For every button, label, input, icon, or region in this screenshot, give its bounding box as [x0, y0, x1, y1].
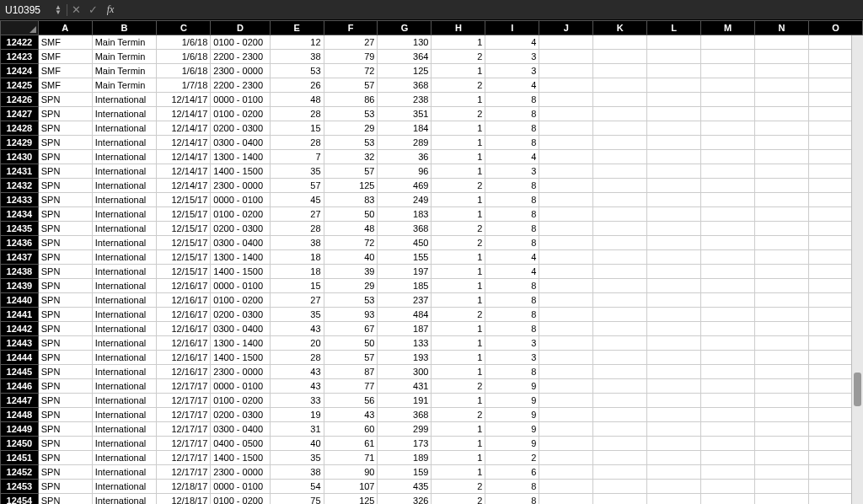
cell[interactable]: Main Termin	[92, 35, 157, 50]
cell[interactable]: 28	[270, 351, 324, 365]
cell[interactable]: International	[92, 179, 157, 193]
cell[interactable]: 43	[270, 379, 324, 394]
cell[interactable]	[754, 365, 808, 379]
cell[interactable]: 12/16/17	[157, 365, 211, 379]
cell[interactable]	[701, 394, 755, 408]
cell[interactable]: International	[92, 121, 157, 136]
cell[interactable]	[539, 365, 593, 379]
cell[interactable]: 45	[270, 193, 324, 207]
cell[interactable]: 57	[324, 164, 378, 179]
cell[interactable]: 12/16/17	[157, 336, 211, 351]
cell[interactable]	[701, 480, 755, 494]
row-header[interactable]: 12439	[1, 279, 39, 293]
cell[interactable]	[701, 322, 755, 336]
cell[interactable]: 9	[485, 437, 539, 451]
column-header-H[interactable]: H	[432, 21, 485, 35]
cell[interactable]	[754, 408, 808, 422]
cell[interactable]: 1/6/18	[157, 64, 211, 78]
row-header[interactable]: 12450	[1, 437, 39, 451]
cell[interactable]	[593, 50, 647, 64]
cell[interactable]	[647, 121, 701, 136]
cell[interactable]: 9	[485, 394, 539, 408]
cell[interactable]	[593, 150, 647, 164]
cell[interactable]	[701, 78, 755, 93]
cell[interactable]: 8	[485, 107, 539, 121]
cell[interactable]	[593, 93, 647, 107]
cell[interactable]: 2	[432, 236, 485, 250]
cell[interactable]: 12/17/17	[157, 394, 211, 408]
cell[interactable]: International	[92, 437, 157, 451]
cell[interactable]: 1	[432, 250, 485, 265]
cell[interactable]: 12/14/17	[157, 107, 211, 121]
cell[interactable]: 2200 - 2300	[211, 78, 270, 93]
cell[interactable]: 237	[378, 293, 432, 308]
column-header-D[interactable]: D	[211, 21, 270, 35]
cell[interactable]	[754, 150, 808, 164]
cell[interactable]	[647, 365, 701, 379]
cell[interactable]	[539, 408, 593, 422]
cell[interactable]: 189	[378, 451, 432, 465]
cell[interactable]	[593, 179, 647, 193]
cell[interactable]: 1	[432, 279, 485, 293]
cell[interactable]	[701, 293, 755, 308]
cell[interactable]: 289	[378, 136, 432, 150]
cell[interactable]: 35	[270, 308, 324, 322]
column-header-I[interactable]: I	[485, 21, 539, 35]
cell[interactable]: 87	[324, 365, 378, 379]
cell[interactable]: 185	[378, 279, 432, 293]
cell[interactable]: SPN	[38, 207, 92, 222]
cell[interactable]	[701, 136, 755, 150]
cell[interactable]: 53	[324, 107, 378, 121]
column-header-G[interactable]: G	[378, 21, 432, 35]
cell[interactable]: 29	[324, 121, 378, 136]
cell[interactable]: 4	[485, 250, 539, 265]
cell[interactable]	[593, 222, 647, 236]
cell[interactable]: 8	[485, 494, 539, 505]
cell[interactable]	[754, 322, 808, 336]
cell[interactable]	[539, 422, 593, 437]
column-header-F[interactable]: F	[324, 21, 378, 35]
column-header-J[interactable]: J	[539, 21, 593, 35]
cell[interactable]	[593, 265, 647, 279]
cell[interactable]	[539, 480, 593, 494]
cell[interactable]	[593, 322, 647, 336]
cell[interactable]: 48	[270, 93, 324, 107]
cell[interactable]: 326	[378, 494, 432, 505]
cell[interactable]: 43	[270, 322, 324, 336]
cell[interactable]	[754, 293, 808, 308]
cancel-formula-button[interactable]: ✕	[67, 3, 84, 16]
cell[interactable]: 12/14/17	[157, 121, 211, 136]
cell[interactable]: 28	[270, 107, 324, 121]
cell[interactable]	[539, 93, 593, 107]
cell[interactable]	[754, 336, 808, 351]
cell[interactable]: 0000 - 0100	[211, 480, 270, 494]
cell[interactable]: SPN	[38, 250, 92, 265]
cell[interactable]: 6	[485, 465, 539, 480]
column-header-A[interactable]: A	[38, 21, 92, 35]
cell[interactable]: 1	[432, 121, 485, 136]
cell[interactable]	[539, 437, 593, 451]
cell[interactable]: 27	[324, 35, 378, 50]
cell[interactable]: 450	[378, 236, 432, 250]
row-header[interactable]: 12425	[1, 78, 39, 93]
cell[interactable]: International	[92, 379, 157, 394]
cell[interactable]: 2	[432, 379, 485, 394]
cell[interactable]: SPN	[38, 236, 92, 250]
cell[interactable]: 0000 - 0100	[211, 193, 270, 207]
cell[interactable]: International	[92, 480, 157, 494]
cell[interactable]: International	[92, 394, 157, 408]
cell[interactable]: International	[92, 136, 157, 150]
cell[interactable]: 12/14/17	[157, 93, 211, 107]
cell[interactable]: 0000 - 0100	[211, 379, 270, 394]
column-header-O[interactable]: O	[808, 21, 862, 35]
cell[interactable]: International	[92, 293, 157, 308]
cell[interactable]: 36	[378, 150, 432, 164]
cell[interactable]	[647, 494, 701, 505]
cell[interactable]: 57	[270, 179, 324, 193]
cell[interactable]: 1	[432, 465, 485, 480]
cell[interactable]: SPN	[38, 164, 92, 179]
cell[interactable]	[593, 365, 647, 379]
vertical-scrollbar[interactable]	[851, 35, 863, 504]
row-header[interactable]: 12432	[1, 179, 39, 193]
cell[interactable]: 1400 - 1500	[211, 265, 270, 279]
